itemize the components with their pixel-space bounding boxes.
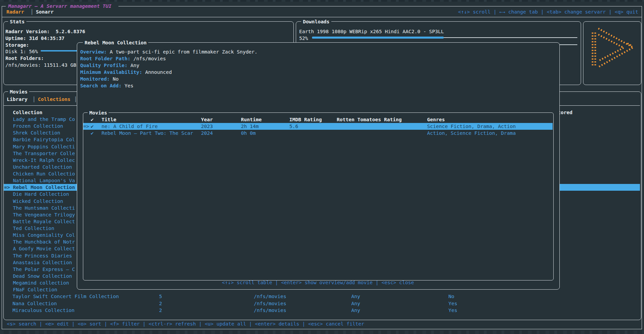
collection-list-item[interactable]: Uncharted Collection xyxy=(4,164,72,170)
collection-list-item[interactable]: Lady and the Tramp Co xyxy=(4,116,75,123)
cell: Any xyxy=(351,307,360,314)
top-help-bar: <↑↓> scroll | ←→ change tab | <tab> chan… xyxy=(458,8,638,15)
header-title: Title xyxy=(102,116,116,123)
field-label: Monitored: xyxy=(80,76,110,82)
field-label: Quality Profile: xyxy=(80,63,128,68)
collection-table-row[interactable]: Miraculous Collection2/nfs/moviesAnyYes xyxy=(0,307,640,314)
screen-artifact-bottom xyxy=(0,331,644,334)
cell: Any xyxy=(351,300,360,307)
field-value: No xyxy=(110,76,118,82)
collection-list-item[interactable]: The Hunchback of Notr xyxy=(4,238,75,245)
managarr-app: Managarr – A Servarr management TUI Rada… xyxy=(0,0,644,334)
header-runtime: Runtime xyxy=(241,116,262,123)
header-imdb-rating: IMDB Rating xyxy=(289,116,322,123)
modal-movies-table-panel xyxy=(83,112,554,280)
movie-title: ne: A Child of Fire xyxy=(102,123,158,130)
managarr-play-arrow-logo xyxy=(590,26,636,70)
movie-title: Rebel Moon – Part Two: The Scar xyxy=(102,130,193,137)
collection-list-item[interactable]: Megamind collection xyxy=(4,279,69,286)
cell: Any xyxy=(351,293,360,300)
modal-title: Rebel Moon Collection xyxy=(83,39,148,46)
cell: No xyxy=(448,293,454,300)
collection-list-item[interactable]: Wreck-It Ralph Collec xyxy=(4,157,75,164)
cell: 2 xyxy=(159,307,162,314)
collection-column-header: Collection xyxy=(13,109,42,116)
cell: /nfs/movies xyxy=(254,293,286,300)
modal-movie-row[interactable]: ✔Rebel Moon – Part Two: The Scar20240h 0… xyxy=(0,130,644,137)
download-percent: 52% xyxy=(299,35,308,42)
screen-artifact-top xyxy=(0,0,644,2)
field-value: Yes xyxy=(121,83,133,88)
tabs-separator-line xyxy=(2,17,642,17)
modal-field: Monitored: No xyxy=(80,76,119,82)
stats-row: Disk 1: 56% xyxy=(5,48,38,55)
tab-sonarr[interactable]: Sonarr xyxy=(36,8,53,15)
collection-list-item[interactable]: => Rebel Moon Collection xyxy=(4,184,75,191)
collection-list-item[interactable]: The Transporter Colle xyxy=(4,150,75,157)
collection-list-item[interactable]: A Goofy Movie Collect xyxy=(4,245,75,252)
collection-table-row[interactable]: Nana Collection2/nfs/moviesAnyYes xyxy=(0,300,640,307)
check-icon: ✔ xyxy=(91,123,94,130)
collection-list-item[interactable]: Battle Royale Collect xyxy=(4,218,75,225)
collection-list-item[interactable]: Miss Congeniality Col xyxy=(4,232,75,238)
field-label: Root Folder Path: xyxy=(80,56,130,61)
stats-row: /nfs/movies: 11511.43 GB xyxy=(5,62,76,68)
collection-list-item[interactable]: Dead Snow Collection xyxy=(4,273,72,279)
collection-list-item[interactable]: FNaF Collection xyxy=(4,286,57,293)
collection-list-item[interactable]: The Polar Express – C xyxy=(4,266,75,273)
cell: 2 xyxy=(159,300,162,307)
stats-row: Root Folders: xyxy=(5,55,44,62)
cell: Taylor Swift Concert Film Collection xyxy=(13,293,119,300)
collection-list-item[interactable]: Wicked Collection xyxy=(4,198,63,205)
field-value: Any xyxy=(128,63,139,68)
selection-marker: => xyxy=(83,123,89,130)
modal-help-bar: <↑↓> scroll table | <enter> show overvie… xyxy=(77,279,559,286)
tab-radarr[interactable]: Radarr xyxy=(6,8,24,15)
collection-list-item[interactable]: The Vengeance Trilogy xyxy=(4,211,75,218)
modal-field: Minimum Availability: Announced xyxy=(80,69,172,76)
movies-panel-title: Movies xyxy=(8,88,29,95)
download-progress-remainder xyxy=(444,37,577,38)
cell: Nana Collection xyxy=(13,300,57,307)
collection-list-item[interactable]: Mary Poppins Collecti xyxy=(4,143,75,150)
frame-bottom-line xyxy=(2,329,642,329)
tab-library[interactable]: Library xyxy=(7,96,27,103)
collection-table-row[interactable]: Taylor Swift Concert Film Collection5/nf… xyxy=(0,293,640,300)
collection-list-item[interactable]: Chicken Run Collectio xyxy=(4,170,75,177)
stats-row: Radarr Version: 5.2.6.8376 xyxy=(5,28,85,35)
modal-movie-row[interactable]: =>✔ne: A Child of Fire20232h 14m5.6Scien… xyxy=(0,123,644,130)
cell: Miraculous Collection xyxy=(13,307,74,314)
cell: Yes xyxy=(448,307,457,314)
field-label: Minimum Availability: xyxy=(80,69,142,75)
downloads-panel-title: Downloads xyxy=(301,18,331,25)
stats-row: Uptime: 31d 04:35:37 xyxy=(5,35,65,42)
stats-panel-title: Stats xyxy=(8,18,26,25)
cell: Yes xyxy=(448,300,457,307)
collection-list-item[interactable]: Die Hard Collection xyxy=(4,191,69,197)
download-item-name: Earth 1998 1080p WEBRip x265 Hindi AAC2.… xyxy=(299,28,444,35)
collection-list-item[interactable]: Barbie Fairytopia Col xyxy=(4,136,75,143)
field-label: Overview: xyxy=(80,49,107,55)
check-icon-header: ✔ xyxy=(91,116,94,123)
movies-tab-divider-1: │ xyxy=(32,96,36,103)
field-value: A two-part sci-fi epic from filmmaker Za… xyxy=(107,49,258,55)
movie-runtime: 0h 0m xyxy=(241,130,256,137)
collection-list-item[interactable]: Ted Collection xyxy=(4,225,54,232)
modal-field: Root Folder Path: /nfs/movies xyxy=(80,55,166,62)
frame-right-line xyxy=(642,6,642,329)
cell: /nfs/movies xyxy=(254,307,286,314)
collection-list-item[interactable]: Anastasia Collection xyxy=(4,259,72,266)
header-year: Year xyxy=(201,116,213,123)
stats-row: Storage: xyxy=(5,42,29,48)
collection-list-item[interactable]: The Princess Diaries xyxy=(4,252,72,259)
collection-list-item[interactable]: National Lampoon's Va xyxy=(4,177,75,184)
frame-top-line xyxy=(118,6,642,6)
header-genres: Genres xyxy=(427,116,445,123)
movie-year: 2023 xyxy=(201,123,213,130)
modal-field: Search on Add: Yes xyxy=(80,82,133,89)
collection-list-item[interactable]: The Huntsman Collecti xyxy=(4,205,75,211)
tab-divider: │ xyxy=(30,8,34,15)
movie-genres: Action, Science Fiction, Drama xyxy=(427,130,516,137)
movie-genres: Science Fiction, Drama, Action xyxy=(427,123,516,130)
tab-collections[interactable]: Collections xyxy=(38,96,70,103)
